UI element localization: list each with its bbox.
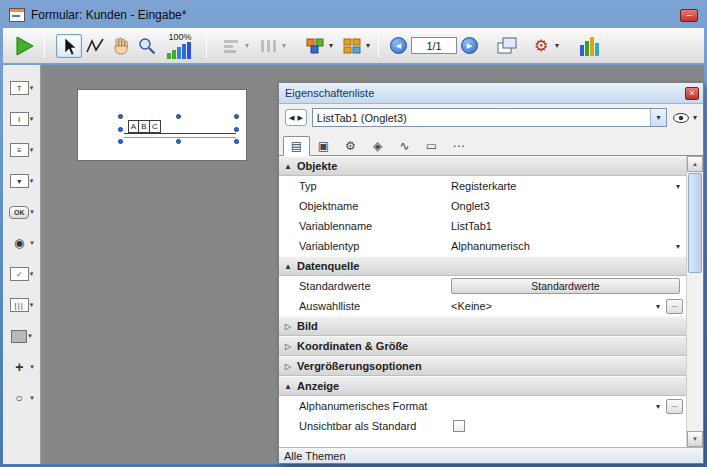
property-row-variablenname[interactable]: Variablenname ListTab1	[279, 216, 686, 236]
collapsed-triangle-icon: ▷	[279, 322, 297, 331]
chevron-down-icon[interactable]: ▾	[30, 84, 34, 92]
section-anzeige[interactable]: ▲ Anzeige	[279, 376, 686, 396]
chevron-down-icon[interactable]: ▾	[656, 302, 660, 311]
chevron-down-icon[interactable]: ▾	[366, 41, 370, 50]
zoom-indicator[interactable]: 100%	[162, 32, 198, 59]
tab-resize[interactable]: ∿	[391, 136, 418, 156]
text-area-tool[interactable]: T ▾	[10, 77, 34, 99]
tab-preview[interactable]: ▭	[418, 136, 445, 156]
minimize-button[interactable]: –	[680, 9, 698, 22]
previous-page-button[interactable]: ◀	[390, 37, 407, 54]
checkbox-tool[interactable]: ✓ ▾	[10, 263, 34, 285]
selection-handle[interactable]	[118, 114, 123, 119]
matrix-tool-button[interactable]	[339, 34, 365, 58]
unsichtbar-checkbox[interactable]	[453, 420, 465, 432]
chevron-down-icon[interactable]: ▾	[676, 242, 680, 251]
line-tool[interactable]: + ▾	[9, 356, 34, 378]
duplicate-objects-button[interactable]	[302, 34, 328, 58]
tool-palette: T ▾ I ▾ ≡ ▾ ▾ ▾ OK ▾ ◉ ▾	[3, 65, 41, 464]
object-selector-combobox[interactable]: ListTab1 (Onglet3) ▾	[312, 108, 667, 127]
cursor-icon	[59, 36, 79, 56]
property-row-auswahlliste[interactable]: Auswahlliste <Keine> ▾ ...	[279, 296, 686, 316]
property-row-objektname[interactable]: Objektname Onglet3	[279, 196, 686, 216]
settings-button[interactable]: ⚙	[528, 34, 554, 58]
pen-tool-button[interactable]	[82, 34, 108, 58]
chevron-down-icon[interactable]: ▾	[30, 239, 34, 247]
chart-view-button[interactable]	[577, 34, 603, 58]
chevron-down-icon[interactable]: ▾	[30, 363, 34, 371]
layers-button[interactable]	[494, 34, 520, 58]
selection-handle[interactable]	[118, 127, 123, 132]
chevron-down-icon[interactable]: ▾	[30, 270, 34, 278]
splitter-tool[interactable]: ||| ▾	[10, 294, 34, 316]
chevron-down-icon[interactable]: ▾	[650, 109, 666, 126]
chevron-down-icon[interactable]: ▾	[30, 394, 34, 402]
themes-filter[interactable]: Alle Themen	[279, 447, 703, 463]
chevron-down-icon[interactable]: ▾	[555, 41, 559, 50]
input-field-tool[interactable]: I ▾	[10, 108, 34, 130]
property-row-alphaformat[interactable]: Alphanumerisches Format ▾ ...	[279, 396, 686, 416]
property-label: Variablenname	[279, 220, 449, 232]
property-row-unsichtbar[interactable]: Unsichtbar als Standard	[279, 416, 686, 436]
standardwerte-button[interactable]: Standardwerte	[451, 278, 680, 294]
selection-handle[interactable]	[176, 139, 181, 144]
chevron-down-icon[interactable]: ▾	[30, 301, 34, 309]
list-box-tool[interactable]: ≡ ▾	[10, 139, 34, 161]
button-tool[interactable]: OK ▾	[9, 201, 34, 223]
panel-header[interactable]: Eigenschaftenliste ×	[279, 83, 703, 104]
pointer-tool-button[interactable]	[56, 34, 82, 58]
chevron-down-icon[interactable]: ▾	[30, 177, 34, 185]
ellipsis-button[interactable]: ...	[666, 399, 683, 414]
hand-tool-button[interactable]	[108, 34, 134, 58]
section-koordinaten[interactable]: ▷ Koordinaten & Größe	[279, 336, 686, 356]
tab-more[interactable]: ⋯	[445, 136, 472, 156]
selection-handle[interactable]	[234, 139, 239, 144]
property-row-standardwerte[interactable]: Standardwerte Standardwerte	[279, 276, 686, 296]
selection-handle[interactable]	[176, 114, 181, 119]
zoom-tool-button[interactable]	[134, 34, 160, 58]
tab-display[interactable]: ▣	[310, 136, 337, 156]
scroll-up-button[interactable]: ▲	[687, 156, 703, 172]
execute-form-button[interactable]	[9, 32, 39, 59]
section-bild[interactable]: ▷ Bild	[279, 316, 686, 336]
chevron-down-icon[interactable]: ▾	[656, 402, 660, 411]
chevron-down-icon[interactable]: ▾	[28, 332, 32, 340]
property-value[interactable]: Onglet3	[451, 200, 686, 212]
preview-toggle[interactable]: ▾	[672, 112, 697, 124]
scroll-down-button[interactable]: ▼	[687, 431, 703, 447]
object-next-button[interactable]: ▶	[297, 114, 302, 122]
object-prev-button[interactable]: ◀	[289, 114, 294, 122]
form-page[interactable]: A B C	[77, 89, 247, 161]
selection-handle[interactable]	[234, 127, 239, 132]
section-datenquelle[interactable]: ▲ Datenquelle	[279, 256, 686, 276]
property-value[interactable]: ListTab1	[451, 220, 686, 232]
tab-control-object[interactable]: A B C	[124, 120, 236, 138]
chevron-down-icon[interactable]: ▾	[329, 41, 333, 50]
radio-button-tool[interactable]: ◉ ▾	[9, 232, 34, 254]
chevron-down-icon[interactable]: ▾	[30, 208, 34, 216]
combo-box-tool[interactable]: ▾ ▾	[10, 170, 34, 192]
panel-close-button[interactable]: ×	[685, 87, 699, 100]
title-bar[interactable]: Formular: Kunden - Eingabe* –	[3, 2, 704, 28]
chevron-down-icon[interactable]: ▾	[30, 146, 34, 154]
selection-handle[interactable]	[118, 139, 123, 144]
section-objekte[interactable]: ▲ Objekte	[279, 156, 686, 176]
zoom-level-label: 100%	[168, 32, 191, 42]
ellipsis-button[interactable]: ...	[666, 299, 683, 314]
chevron-down-icon[interactable]: ▾	[30, 115, 34, 123]
tab-events[interactable]: ◈	[364, 136, 391, 156]
chevron-down-icon[interactable]: ▾	[676, 182, 680, 191]
property-row-typ[interactable]: Typ Registerkarte ▾	[279, 176, 686, 196]
next-page-button[interactable]: ▶	[461, 37, 478, 54]
rectangle-tool[interactable]: ▾	[11, 325, 32, 347]
section-title: Anzeige	[297, 380, 339, 392]
oval-tool[interactable]: ○ ▾	[9, 387, 34, 409]
property-row-variablentyp[interactable]: Variablentyp Alphanumerisch ▾	[279, 236, 686, 256]
scrollbar-thumb[interactable]	[688, 173, 702, 273]
selection-handle[interactable]	[234, 114, 239, 119]
tab-settings[interactable]: ⚙	[337, 136, 364, 156]
tab-properties[interactable]: ▤	[283, 136, 310, 156]
section-vergroesserung[interactable]: ▷ Vergrößerungsoptionen	[279, 356, 686, 376]
panel-scrollbar[interactable]: ▲ ▼	[686, 156, 703, 447]
chevron-down-icon[interactable]: ▾	[693, 113, 697, 122]
